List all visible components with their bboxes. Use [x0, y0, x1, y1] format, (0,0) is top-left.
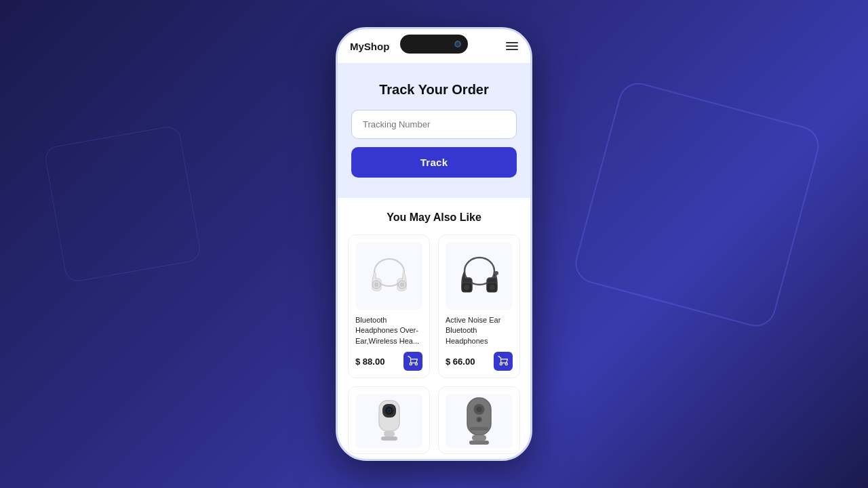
recommendations-section: You May Also Like — [338, 198, 530, 459]
product-footer-1: $ 88.00 — [355, 352, 422, 371]
svg-point-16 — [388, 410, 390, 412]
svg-point-23 — [478, 418, 481, 421]
camera-icon — [369, 397, 410, 445]
product-name-1: Bluetooth Headphones Over-Ear,Wireless H… — [355, 315, 422, 346]
tracking-number-input[interactable] — [351, 110, 517, 139]
svg-point-4 — [400, 283, 404, 287]
product-price-2: $ 66.00 — [446, 357, 475, 367]
product-card-2: Active Noise Ear Bluetooth Headphones $ … — [438, 235, 520, 378]
product-card-1: Bluetooth Headphones Over-Ear,Wireless H… — [348, 235, 430, 378]
phone-frame: MyShop Track Your Order Track You May Al… — [336, 27, 532, 461]
recommendations-title: You May Also Like — [348, 211, 520, 224]
svg-rect-17 — [384, 431, 395, 436]
cart-icon-1 — [408, 356, 418, 367]
product-card-4 — [438, 386, 520, 454]
track-button[interactable]: Track — [351, 147, 517, 178]
menu-button[interactable] — [506, 42, 518, 50]
product-footer-2: $ 66.00 — [446, 352, 513, 371]
svg-point-11 — [494, 271, 498, 275]
menu-line-1 — [506, 42, 518, 43]
svg-rect-26 — [469, 441, 489, 445]
menu-line-2 — [506, 45, 518, 47]
products-grid: Bluetooth Headphones Over-Ear,Wireless H… — [348, 235, 520, 454]
add-to-cart-button-1[interactable] — [403, 352, 422, 371]
svg-rect-25 — [472, 435, 486, 441]
svg-point-9 — [490, 285, 495, 290]
svg-rect-24 — [470, 427, 488, 430]
track-section: Track Your Order Track — [338, 63, 530, 198]
headphone-white-icon — [362, 249, 416, 303]
phone-content: Track Your Order Track You May Also Like — [338, 63, 530, 459]
app-name: MyShop — [350, 41, 389, 52]
menu-line-3 — [506, 49, 518, 50]
track-title: Track Your Order — [351, 82, 517, 98]
product-image-4 — [446, 394, 513, 448]
phone-notch — [400, 35, 468, 54]
product-price-1: $ 88.00 — [355, 357, 384, 367]
svg-point-8 — [464, 285, 469, 290]
product-card-3 — [348, 386, 430, 454]
cart-icon-2 — [498, 356, 509, 367]
speaker-icon — [460, 396, 498, 447]
status-bar: MyShop — [338, 29, 530, 63]
add-to-cart-button-2[interactable] — [494, 352, 513, 371]
product-image-1 — [355, 242, 422, 310]
svg-rect-18 — [381, 436, 397, 441]
notch-camera — [454, 41, 461, 47]
product-image-2 — [446, 242, 513, 310]
svg-point-21 — [477, 407, 482, 412]
headphone-black-icon — [452, 249, 507, 303]
product-image-3 — [355, 394, 422, 448]
product-name-2: Active Noise Ear Bluetooth Headphones — [446, 315, 513, 346]
svg-point-3 — [374, 283, 378, 287]
